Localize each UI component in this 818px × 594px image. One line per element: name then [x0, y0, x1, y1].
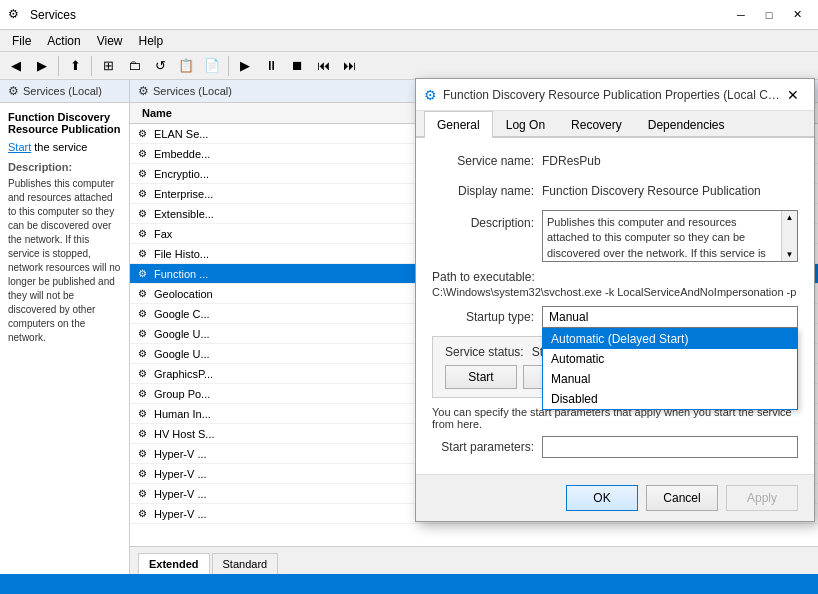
toolbar-back[interactable]: ◀: [4, 55, 28, 77]
startup-select-container[interactable]: Manual ▼ Automatic (Delayed Start) Autom…: [542, 306, 798, 328]
path-row: Path to executable: C:\Windows\system32\…: [432, 270, 798, 298]
tab-logon[interactable]: Log On: [493, 111, 558, 138]
path-label: Path to executable:: [432, 270, 798, 284]
dialog-title: Function Discovery Resource Publication …: [443, 88, 780, 102]
display-name-row: Display name: Function Discovery Resourc…: [432, 180, 798, 202]
service-icon: ⚙: [134, 206, 150, 222]
scroll-down-arrow[interactable]: ▼: [786, 250, 794, 259]
service-icon: ⚙: [134, 146, 150, 162]
service-icon: ⚙: [134, 306, 150, 322]
service-name-value: FDResPub: [542, 150, 798, 172]
close-button[interactable]: ✕: [784, 5, 810, 25]
dialog-close-button[interactable]: ✕: [780, 83, 806, 107]
col-name: Name: [134, 105, 180, 121]
path-value: C:\Windows\system32\svchost.exe -k Local…: [432, 286, 798, 298]
services-local-icon: ⚙: [8, 84, 19, 98]
service-icon: ⚙: [134, 166, 150, 182]
toolbar-forward[interactable]: ▶: [30, 55, 54, 77]
startup-dropdown[interactable]: Automatic (Delayed Start) Automatic Manu…: [542, 328, 798, 410]
toolbar-restart[interactable]: ⏮: [311, 55, 335, 77]
dialog-tabs: General Log On Recovery Dependencies: [416, 111, 814, 138]
service-icon: ⚙: [134, 486, 150, 502]
toolbar-play[interactable]: ▶: [233, 55, 257, 77]
ok-button[interactable]: OK: [566, 485, 638, 511]
service-icon: ⚙: [134, 246, 150, 262]
maximize-button[interactable]: □: [756, 5, 782, 25]
dialog-icon: ⚙: [424, 87, 437, 103]
menu-file[interactable]: File: [4, 32, 39, 50]
menu-help[interactable]: Help: [131, 32, 172, 50]
params-input[interactable]: [542, 436, 798, 458]
service-icon: ⚙: [134, 406, 150, 422]
tab-extended[interactable]: Extended: [138, 553, 210, 574]
service-icon: ⚙: [134, 186, 150, 202]
cancel-button[interactable]: Cancel: [646, 485, 718, 511]
scroll-up-arrow[interactable]: ▲: [786, 213, 794, 222]
service-icon: ⚙: [134, 326, 150, 342]
apply-button[interactable]: Apply: [726, 485, 798, 511]
option-automatic[interactable]: Automatic: [543, 349, 797, 369]
service-icon: ⚙: [134, 446, 150, 462]
properties-dialog[interactable]: ⚙ Function Discovery Resource Publicatio…: [415, 78, 815, 522]
service-icon: ⚙: [134, 286, 150, 302]
start-link[interactable]: Start: [8, 141, 31, 153]
toolbar-restart2[interactable]: ⏭: [337, 55, 361, 77]
startup-label: Startup type:: [432, 306, 542, 328]
toolbar-up[interactable]: ⬆: [63, 55, 87, 77]
tab-general[interactable]: General: [424, 111, 493, 138]
title-bar-controls: ─ □ ✕: [728, 5, 810, 25]
service-icon: ⚙: [134, 346, 150, 362]
app-icon: ⚙: [8, 7, 24, 23]
display-name-value: Function Discovery Resource Publication: [542, 180, 798, 202]
service-name-row: Service name: FDResPub: [432, 150, 798, 172]
service-name-sidebar: Function Discovery Resource Publication: [8, 111, 121, 135]
service-icon: ⚙: [134, 426, 150, 442]
service-icon: ⚙: [134, 266, 150, 282]
toolbar-stop[interactable]: ⏹: [285, 55, 309, 77]
tab-recovery[interactable]: Recovery: [558, 111, 635, 138]
toolbar-show-hide[interactable]: ⊞: [96, 55, 120, 77]
dialog-content: Service name: FDResPub Display name: Fun…: [416, 138, 814, 474]
toolbar-export[interactable]: 📋: [174, 55, 198, 77]
toolbar-refresh[interactable]: ↺: [148, 55, 172, 77]
toolbar-pause[interactable]: ⏸: [259, 55, 283, 77]
left-panel-header: ⚙ Services (Local): [0, 80, 129, 103]
menu-action[interactable]: Action: [39, 32, 88, 50]
status-bar: [0, 574, 818, 594]
window-title: Services: [30, 8, 728, 22]
tab-dependencies[interactable]: Dependencies: [635, 111, 738, 138]
start-button[interactable]: Start: [445, 365, 517, 389]
startup-type-row: Startup type: Manual ▼ Automatic (Delaye…: [432, 306, 798, 328]
action-suffix: the service: [31, 141, 87, 153]
toolbar-browse[interactable]: 🗀: [122, 55, 146, 77]
tab-standard[interactable]: Standard: [212, 553, 279, 574]
params-label: Start parameters:: [432, 440, 542, 454]
service-icon: ⚙: [134, 506, 150, 522]
description-label: Description:: [432, 212, 542, 234]
dialog-footer: OK Cancel Apply: [416, 474, 814, 521]
service-name-label: Service name:: [432, 150, 542, 172]
title-bar: ⚙ Services ─ □ ✕: [0, 0, 818, 30]
bottom-tabs: Extended Standard: [130, 546, 818, 574]
minimize-button[interactable]: ─: [728, 5, 754, 25]
startup-select[interactable]: Manual: [542, 306, 798, 328]
option-manual[interactable]: Manual: [543, 369, 797, 389]
toolbar-sep-1: [58, 56, 59, 76]
service-icon: ⚙: [134, 466, 150, 482]
params-section: You can specify the start parameters tha…: [432, 406, 798, 458]
service-icon: ⚙: [134, 126, 150, 142]
services-area-title: Services (Local): [153, 85, 232, 97]
description-scrollbar[interactable]: ▲ ▼: [781, 211, 797, 261]
service-icon: ⚙: [134, 386, 150, 402]
description-label: Description:: [8, 161, 121, 173]
description-row: Description: Publishes this computer and…: [432, 210, 798, 262]
description-box[interactable]: Publishes this computer and resources at…: [542, 210, 798, 262]
dialog-title-bar: ⚙ Function Discovery Resource Publicatio…: [416, 79, 814, 111]
left-panel-title: Services (Local): [23, 85, 102, 97]
toolbar-properties[interactable]: 📄: [200, 55, 224, 77]
params-input-row: Start parameters:: [432, 436, 798, 458]
menu-view[interactable]: View: [89, 32, 131, 50]
option-disabled[interactable]: Disabled: [543, 389, 797, 409]
option-automatic-delayed[interactable]: Automatic (Delayed Start): [543, 329, 797, 349]
toolbar: ◀ ▶ ⬆ ⊞ 🗀 ↺ 📋 📄 ▶ ⏸ ⏹ ⏮ ⏭: [0, 52, 818, 80]
